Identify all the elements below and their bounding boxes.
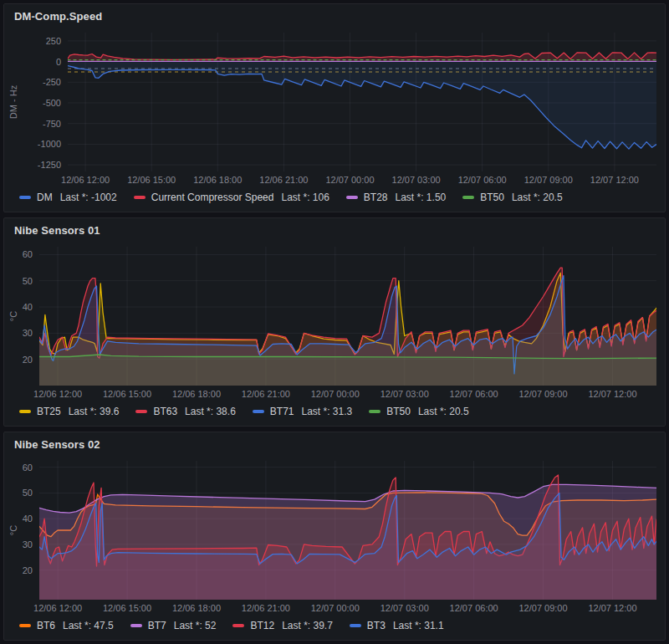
x-tick-label: 12/07 06:00 [458, 175, 507, 185]
legend-item-bt6[interactable]: BT6Last *: 47.5 [19, 620, 114, 631]
legend-series-swatch [253, 410, 264, 413]
legend: DMLast *: -1002Current Compressor SpeedL… [4, 187, 665, 212]
legend-series-swatch [462, 196, 474, 199]
y-tick-label: 20 [23, 565, 33, 575]
legend-series-name: BT6 [37, 620, 55, 631]
legend-series-name: BT7 [148, 620, 166, 631]
legend-series-name: BT50 [386, 406, 411, 417]
chart-area: 605040302012/06 12:0012/06 15:0012/06 18… [4, 242, 665, 401]
panel-header: Nibe Sensors 02 [4, 432, 665, 456]
legend-series-name: DM [37, 192, 53, 203]
x-tick-label: 12/06 18:00 [172, 389, 221, 399]
legend-series-name: BT12 [250, 620, 274, 631]
x-tick-label: 12/07 12:00 [590, 175, 639, 185]
x-tick-label: 12/06 21:00 [242, 603, 290, 613]
legend-item-bt50[interactable]: BT50Last *: 20.5 [369, 406, 468, 417]
panel-header: DM-Comp.Speed [4, 4, 665, 28]
x-tick-label: 12/07 06:00 [450, 603, 498, 613]
y-tick-label: 20 [23, 355, 33, 365]
y-tick-label: 30 [23, 328, 33, 338]
legend-series-name: BT25 [37, 406, 61, 417]
y-tick-label: 60 [23, 249, 33, 259]
legend-item-bt12[interactable]: BT12Last *: 39.7 [232, 620, 332, 631]
x-tick-label: 12/06 18:00 [193, 175, 242, 185]
y-tick-label: -750 [43, 119, 61, 129]
panel-title[interactable]: Nibe Sensors 02 [14, 438, 100, 451]
legend-series-value: Last *: 31.3 [302, 406, 353, 417]
panel-nibe-sensors-01: Nibe Sensors 01 605040302012/06 12:0012/… [3, 217, 666, 427]
y-tick-label: 250 [46, 36, 61, 46]
legend-series-name: BT28 [364, 192, 388, 203]
x-tick-label: 12/06 21:00 [259, 175, 308, 185]
nibe-sensors-02-chart[interactable]: 605040302012/06 12:0012/06 15:0012/06 18… [8, 456, 661, 615]
legend-series-swatch [19, 624, 31, 627]
y-tick-label: -1250 [38, 160, 61, 170]
y-tick-label: 40 [23, 514, 33, 524]
y-tick-label: -1000 [38, 139, 61, 149]
legend: BT25Last *: 39.6BT63Last *: 38.6BT71Last… [4, 401, 665, 426]
panel-header: Nibe Sensors 01 [4, 218, 665, 242]
x-tick-label: 12/07 09:00 [518, 389, 567, 399]
legend-item-bt50[interactable]: BT50Last *: 20.5 [462, 192, 562, 203]
panel-dm-comp-speed: DM-Comp.Speed 2500-250-500-750-1000-1250… [3, 3, 666, 212]
legend-series-swatch [130, 624, 142, 627]
x-tick-label: 12/06 12:00 [61, 175, 110, 185]
x-tick-label: 12/06 15:00 [127, 175, 176, 185]
dm-comp-speed-chart[interactable]: 2500-250-500-750-1000-125012/06 12:0012/… [8, 28, 661, 187]
y-tick-label: 40 [23, 302, 33, 312]
panel-title[interactable]: Nibe Sensors 01 [14, 224, 100, 237]
y-tick-label: 50 [23, 276, 33, 286]
y-tick-label: 30 [23, 539, 33, 549]
legend-item-bt71[interactable]: BT71Last *: 31.3 [253, 406, 352, 417]
legend-series-swatch [135, 410, 147, 413]
legend-item-bt28[interactable]: BT28Last *: 1.50 [346, 192, 446, 203]
legend-series-value: Last *: -1002 [60, 192, 117, 203]
x-tick-label: 12/07 00:00 [311, 603, 360, 613]
legend-series-name: BT3 [367, 620, 386, 631]
chart-area: 2500-250-500-750-1000-125012/06 12:0012/… [4, 28, 665, 187]
x-tick-label: 12/06 18:00 [172, 603, 221, 613]
legend-series-swatch [19, 410, 31, 413]
x-tick-label: 12/07 09:00 [524, 175, 573, 185]
legend-item-bt63[interactable]: BT63Last *: 38.6 [135, 406, 235, 417]
x-tick-label: 12/06 15:00 [103, 603, 151, 613]
legend-series-value: Last *: 20.5 [418, 406, 469, 417]
legend-item-dm[interactable]: DMLast *: -1002 [19, 192, 117, 203]
x-tick-label: 12/07 03:00 [380, 603, 429, 613]
x-tick-label: 12/07 03:00 [392, 175, 441, 185]
legend-series-value: Last *: 39.7 [282, 620, 333, 631]
chart-area: 605040302012/06 12:0012/06 15:0012/06 18… [4, 456, 665, 615]
dashboard: DM-Comp.Speed 2500-250-500-750-1000-1250… [0, 0, 669, 644]
legend-series-swatch [350, 624, 361, 627]
x-tick-label: 12/07 00:00 [325, 175, 374, 185]
x-tick-label: 12/07 03:00 [380, 389, 429, 399]
nibe-sensors-01-chart[interactable]: 605040302012/06 12:0012/06 15:0012/06 18… [8, 242, 661, 401]
x-tick-label: 12/06 21:00 [242, 389, 290, 399]
legend-item-bt7[interactable]: BT7Last *: 52 [130, 620, 217, 631]
x-tick-label: 12/07 09:00 [518, 603, 567, 613]
legend-item-bt3[interactable]: BT3Last *: 31.1 [350, 620, 444, 631]
legend-series-name: BT63 [153, 406, 177, 417]
y-axis-label: DM - Hz [8, 85, 18, 119]
y-tick-label: 50 [23, 488, 33, 498]
x-tick-label: 12/06 15:00 [103, 389, 151, 399]
y-tick-label: 0 [56, 57, 61, 67]
x-tick-label: 12/07 06:00 [450, 389, 498, 399]
y-tick-label: 60 [23, 463, 33, 473]
legend-series-value: Last *: 106 [281, 192, 329, 203]
legend: BT6Last *: 47.5BT7Last *: 52BT12Last *: … [4, 615, 665, 640]
panel-title[interactable]: DM-Comp.Speed [14, 10, 102, 23]
legend-series-name: BT71 [270, 406, 294, 417]
legend-series-name: BT50 [480, 192, 504, 203]
x-tick-label: 12/07 00:00 [311, 389, 360, 399]
x-tick-label: 12/07 12:00 [588, 389, 636, 399]
legend-series-swatch [232, 624, 244, 627]
legend-item-current-compressor-speed[interactable]: Current Compressor SpeedLast *: 106 [134, 192, 329, 203]
legend-series-value: Last *: 31.1 [393, 620, 444, 631]
legend-item-bt25[interactable]: BT25Last *: 39.6 [19, 406, 119, 417]
legend-series-value: Last *: 47.5 [63, 620, 114, 631]
legend-series-value: Last *: 52 [174, 620, 217, 631]
legend-series-name: Current Compressor Speed [151, 192, 274, 203]
legend-series-value: Last *: 20.5 [512, 192, 563, 203]
y-tick-label: -500 [43, 98, 61, 108]
